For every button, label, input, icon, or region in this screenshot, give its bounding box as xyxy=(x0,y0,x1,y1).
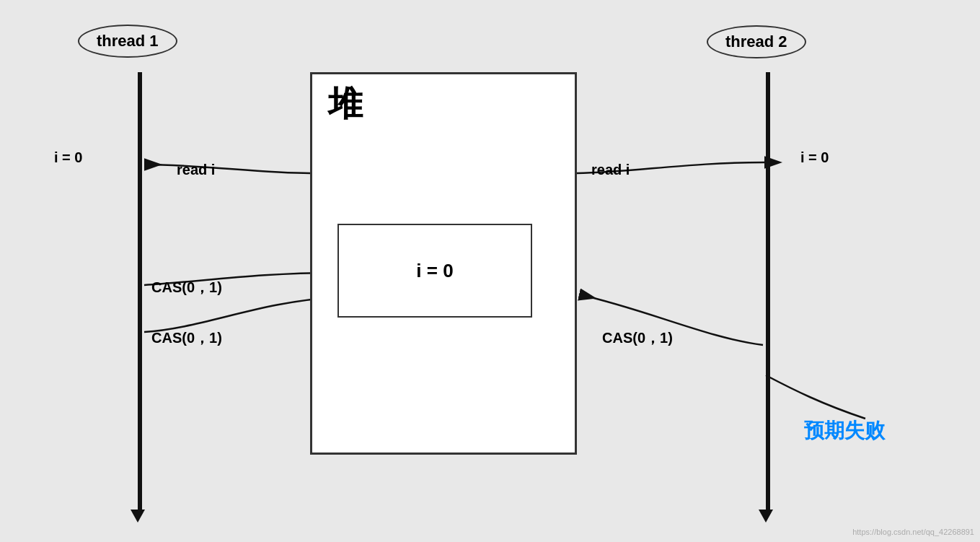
thread1-cas2-label: CAS(0，1) xyxy=(151,328,222,348)
diagram: thread 1 i = 0 read i CAS(0，1) CAS(0，1) … xyxy=(0,0,980,542)
thread2-cas-label: CAS(0，1) xyxy=(602,328,673,348)
failure-label: 预期失败 xyxy=(804,417,885,445)
thread2-label: thread 2 xyxy=(707,25,806,58)
thread1-arrow xyxy=(131,510,145,523)
thread2-arrow xyxy=(759,510,773,523)
thread2-line xyxy=(766,72,770,512)
thread1-line xyxy=(138,72,142,512)
thread2-read-label: read i xyxy=(591,162,630,178)
inner-value-box: i = 0 xyxy=(337,224,532,318)
thread1-i-value: i = 0 xyxy=(54,149,82,166)
thread1-read-label: read i xyxy=(177,162,215,178)
watermark: https://blog.csdn.net/qq_42268891 xyxy=(852,528,974,536)
heap-title: 堆 xyxy=(328,81,363,127)
thread1-label: thread 1 xyxy=(78,25,177,58)
inner-value-text: i = 0 xyxy=(416,260,453,282)
thread2-i-value: i = 0 xyxy=(800,149,829,166)
thread1-cas1-label: CAS(0，1) xyxy=(151,278,222,297)
